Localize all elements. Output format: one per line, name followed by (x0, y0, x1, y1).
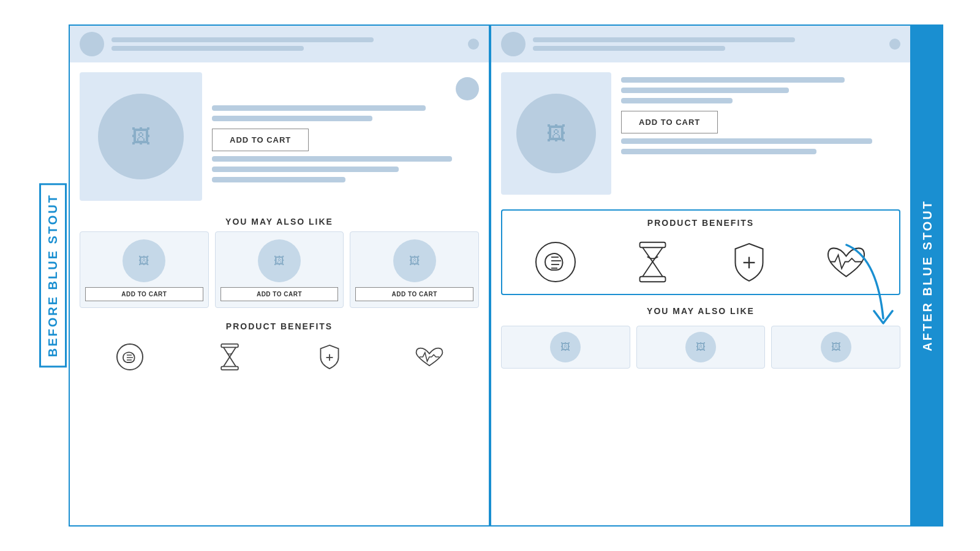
before-panel-content: 🖼 ADD TO CART YOU MAY ALSO LIKE (70, 62, 489, 525)
svg-rect-13 (639, 242, 665, 247)
before-grid-img-icon-1: 🖼 (138, 255, 149, 268)
after-bottom-item-1: 🖼 (501, 326, 630, 369)
after-bottom-icon-2: 🖼 (696, 342, 706, 353)
after-detail-line-4 (621, 138, 872, 144)
before-heartbeat-icon (412, 340, 446, 373)
before-grid-img-icon-2: 🖼 (274, 255, 285, 268)
after-panel: 🖼 ADD TO CART PRODUCT BENEFITS (490, 24, 911, 527)
before-nav-logo (80, 32, 104, 56)
after-label: AFTER BLUE STOUT (916, 191, 940, 360)
after-benefits-box: PRODUCT BENEFITS (501, 209, 900, 295)
before-nav-line-1 (111, 37, 374, 42)
before-shield-icon (312, 340, 346, 373)
before-grid-item-2: 🖼 ADD TO CART (215, 231, 344, 308)
after-heartbeat-icon (821, 238, 870, 287)
before-product-area: 🖼 ADD TO CART (70, 62, 489, 211)
svg-point-8 (536, 242, 575, 282)
after-nav-line-1 (533, 37, 795, 42)
before-grid-add-btn-3[interactable]: ADD TO CART (355, 287, 473, 301)
before-label-container: BEFORE BLUE STOUT (37, 24, 69, 527)
before-image-icon: 🖼 (131, 126, 151, 148)
after-nav-dot (889, 39, 900, 50)
after-nav-lines (533, 37, 882, 51)
before-benefits-label: PRODUCT BENEFITS (70, 315, 489, 336)
before-grid-img-icon-3: 🖼 (409, 255, 420, 268)
before-label: BEFORE BLUE STOUT (39, 183, 67, 367)
before-grid-circle-1: 🖼 (123, 239, 165, 282)
before-detail-line-1 (212, 105, 426, 111)
after-bottom-item-3: 🖼 (771, 326, 900, 369)
main-container: BEFORE BLUE STOUT 🖼 (37, 24, 943, 527)
after-product-image: 🖼 (501, 72, 611, 195)
before-nav (70, 26, 489, 62)
after-detail-line-3 (621, 98, 733, 103)
before-brain-icon (113, 340, 146, 373)
after-image-icon: 🖼 (546, 122, 566, 145)
svg-rect-14 (639, 277, 665, 282)
after-bottom-icon-3: 🖼 (831, 342, 841, 353)
before-nav-line-2 (111, 46, 304, 51)
before-product-circle: 🖼 (98, 94, 184, 179)
before-product-image: 🖼 (80, 72, 202, 201)
after-panel-content: 🖼 ADD TO CART PRODUCT BENEFITS (491, 62, 910, 525)
after-hourglass-icon (628, 238, 677, 287)
before-product-grid: 🖼 ADD TO CART 🖼 ADD TO CART 🖼 (70, 231, 489, 315)
after-product-details: ADD TO CART (621, 72, 900, 195)
before-detail-line-5 (212, 177, 345, 182)
after-add-to-cart-btn[interactable]: ADD TO CART (621, 111, 718, 133)
before-partial-benefits (70, 336, 489, 378)
before-you-may-label: YOU MAY ALSO LIKE (70, 211, 489, 231)
after-nav (491, 26, 910, 62)
before-grid-add-btn-1[interactable]: ADD TO CART (85, 287, 203, 301)
before-grid-item-1: 🖼 ADD TO CART (80, 231, 209, 308)
before-product-details: ADD TO CART (212, 72, 479, 201)
before-hourglass-icon (213, 340, 246, 373)
svg-point-0 (117, 344, 143, 370)
before-grid-circle-2: 🖼 (258, 239, 301, 282)
before-benefit-icons (80, 340, 479, 373)
after-you-may-label: YOU MAY ALSO LIKE (491, 300, 910, 321)
before-detail-line-3 (212, 156, 452, 162)
after-bottom-icon-1: 🖼 (560, 342, 570, 353)
before-nav-dot (468, 39, 479, 50)
before-grid-circle-3: 🖼 (393, 239, 436, 282)
after-detail-line-2 (621, 88, 789, 93)
before-grid-add-btn-2[interactable]: ADD TO CART (221, 287, 339, 301)
before-detail-circle (456, 77, 479, 100)
after-bottom-circle-2: 🖼 (685, 332, 716, 362)
after-benefits-label: PRODUCT BENEFITS (507, 218, 894, 231)
after-benefit-icons (507, 238, 894, 287)
after-detail-line-1 (621, 77, 845, 83)
after-product-circle: 🖼 (516, 94, 596, 173)
before-nav-lines (111, 37, 461, 51)
after-bottom-item-2: 🖼 (636, 326, 766, 369)
panels-wrapper: 🖼 ADD TO CART YOU MAY ALSO LIKE (69, 24, 911, 527)
after-label-container: AFTER BLUE STOUT (911, 24, 943, 527)
after-bottom-grid: 🖼 🖼 🖼 (491, 321, 910, 369)
before-add-to-cart-btn[interactable]: ADD TO CART (212, 129, 309, 151)
before-detail-line-2 (212, 116, 372, 121)
after-nav-logo (501, 32, 526, 56)
after-nav-line-2 (533, 46, 725, 51)
before-detail-line-4 (212, 167, 399, 172)
after-detail-line-5 (621, 149, 816, 154)
svg-rect-4 (221, 343, 238, 347)
before-panel: 🖼 ADD TO CART YOU MAY ALSO LIKE (69, 24, 490, 527)
svg-rect-5 (221, 366, 238, 370)
before-grid-item-3: 🖼 ADD TO CART (350, 231, 479, 308)
after-brain-icon (531, 238, 580, 287)
after-bottom-circle-3: 🖼 (821, 332, 851, 362)
after-bottom-circle-1: 🖼 (550, 332, 581, 362)
after-product-area: 🖼 ADD TO CART (491, 62, 910, 204)
after-shield-icon (725, 238, 774, 287)
